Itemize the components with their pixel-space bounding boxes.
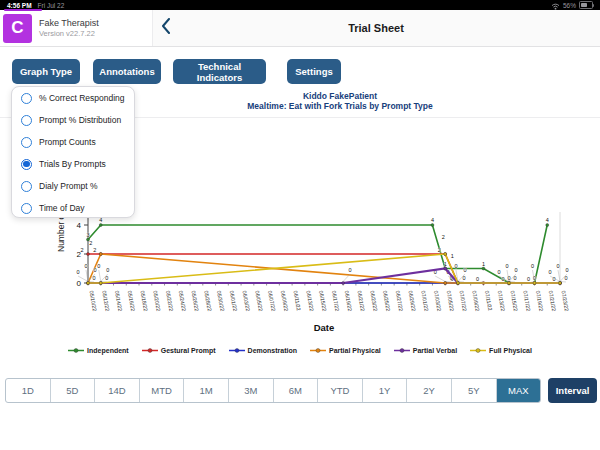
legend-item-full-physical: Full Physical (470, 347, 532, 354)
data-label: 1 (444, 261, 447, 267)
data-point (546, 224, 549, 227)
x-tick-label: 06/15/22 (318, 290, 327, 311)
x-tick-label: 05/26/22 (191, 290, 200, 311)
x-tick-label: 06/11/22 (293, 290, 302, 311)
battery-percent: 56% (563, 1, 576, 10)
menu-item--correct-responding[interactable]: % Correct Responding (12, 87, 134, 109)
range-option-6m[interactable]: 6M (273, 379, 318, 402)
radio-icon[interactable] (21, 115, 32, 126)
data-label: 0 (463, 267, 466, 273)
range-option-ytd[interactable]: YTD (317, 379, 362, 402)
legend-marker-icon (310, 347, 326, 354)
range-option-max[interactable]: MAX (496, 379, 541, 402)
data-label: 0 (564, 275, 567, 281)
legend-label: Independent (87, 347, 129, 354)
range-option-5d[interactable]: 5D (50, 379, 95, 402)
menu-item-time-of-day[interactable]: Time of Day (12, 197, 134, 219)
radio-icon[interactable] (21, 137, 32, 148)
data-point (559, 282, 562, 285)
data-label: 0 (505, 263, 508, 269)
data-label: 0 (565, 267, 568, 273)
menu-item-trials-by-prompts[interactable]: Trials By Prompts (12, 153, 134, 175)
app-name-block: Fake Therapist Version v22.7.22 (39, 18, 99, 38)
legend-label: Gestural Prompt (161, 347, 216, 354)
range-option-mtd[interactable]: MTD (139, 379, 184, 402)
settings-button[interactable]: Settings (287, 59, 341, 84)
range-option-1y[interactable]: 1Y (362, 379, 407, 402)
y-tick-label: 0 (77, 279, 82, 288)
data-label: 0 (531, 263, 534, 269)
data-point (444, 282, 447, 285)
data-point (99, 224, 102, 227)
range-option-3m[interactable]: 3M (228, 379, 273, 402)
app-logo: C (3, 14, 32, 43)
x-tick-label: 05/20/22 (152, 290, 161, 311)
data-label: 2 (89, 240, 92, 246)
menu-item-prompt--distribution[interactable]: Prompt % Distribution (12, 109, 134, 131)
technical-indicators-button[interactable]: Technical Indicators (173, 59, 266, 84)
x-tick-label: 06/29/22 (407, 290, 416, 311)
x-tick-label: 06/27/22 (395, 290, 404, 311)
legend-marker-icon (229, 347, 245, 354)
data-point (99, 253, 102, 256)
x-tick-label: 07/11/22 (484, 290, 493, 311)
x-axis-title: Date (314, 322, 335, 333)
data-point (456, 282, 459, 285)
x-tick-label: 06/05/22 (254, 290, 263, 311)
range-option-1m[interactable]: 1M (183, 379, 228, 402)
data-label: 0 (105, 275, 108, 281)
graph-type-button[interactable]: Graph Type (12, 59, 80, 84)
data-point (342, 282, 345, 285)
legend-marker-icon (68, 347, 84, 354)
range-bar: 1D5D14DMTD1M3M6MYTD1Y2Y5YMAX Interval (5, 378, 597, 403)
page-title: Trial Sheet (152, 10, 600, 46)
interval-button[interactable]: Interval (548, 378, 597, 403)
data-label: 0 (548, 269, 551, 275)
x-tick-label: 06/21/22 (356, 290, 365, 311)
annotations-button[interactable]: Annotations (93, 59, 161, 84)
x-tick-label: 07/19/22 (535, 290, 544, 311)
x-tick-label: 06/01/22 (229, 290, 238, 311)
range-segments: 1D5D14DMTD1M3M6MYTD1Y2Y5YMAX (5, 378, 541, 403)
x-tick-label: 06/03/22 (242, 290, 251, 311)
data-point (444, 267, 447, 270)
series-independent: 34411004 (86, 217, 548, 285)
legend-item-partial-physical: Partial Physical (310, 347, 381, 354)
menu-item-dialy-prompt-[interactable]: Dialy Prompt % (12, 175, 134, 197)
graph-type-menu: % Correct RespondingPrompt % Distributio… (11, 86, 135, 218)
data-label: 0 (93, 267, 96, 273)
range-option-1d[interactable]: 1D (6, 379, 50, 402)
x-tick-labels: 05/10/2205/12/2205/14/2205/16/2205/18/22… (88, 283, 570, 312)
range-option-2y[interactable]: 2Y (406, 379, 451, 402)
legend-label: Demonstration (248, 347, 297, 354)
data-label: 1 (482, 261, 485, 267)
radio-selected-icon[interactable] (21, 159, 32, 170)
menu-item-label: Prompt Counts (39, 137, 96, 147)
radio-icon[interactable] (21, 181, 32, 192)
menu-item-label: Dialy Prompt % (39, 181, 98, 191)
x-tick-label: 06/09/22 (280, 290, 289, 311)
x-tick-label: 05/28/22 (203, 290, 212, 311)
data-label: 2 (93, 247, 96, 253)
battery-icon (579, 1, 593, 9)
data-point (87, 282, 90, 285)
legend-item-gestural-prompt: Gestural Prompt (142, 347, 216, 354)
radio-icon[interactable] (21, 93, 32, 104)
x-tick-label: 07/23/22 (561, 290, 570, 311)
data-label: 0 (349, 267, 352, 273)
x-tick-label: 07/15/22 (509, 290, 518, 311)
x-tick-label: 07/01/22 (420, 290, 429, 311)
menu-item-label: % Correct Responding (39, 93, 125, 103)
range-option-5y[interactable]: 5Y (451, 379, 496, 402)
range-option-14d[interactable]: 14D (94, 379, 139, 402)
menu-item-prompt-counts[interactable]: Prompt Counts (12, 131, 134, 153)
data-label: 0 (556, 263, 559, 269)
chart-subtitle: Mealtime: Eat with Fork Trials by Prompt… (90, 101, 590, 111)
legend-marker-icon (394, 347, 410, 354)
radio-icon[interactable] (21, 203, 32, 214)
data-point (87, 253, 90, 256)
legend-item-demonstration: Demonstration (229, 347, 297, 354)
chart-title: Kiddo FakePatient (90, 91, 590, 101)
data-point (431, 224, 434, 227)
status-left: 4:56 PM Fri Jul 22 (7, 1, 64, 10)
